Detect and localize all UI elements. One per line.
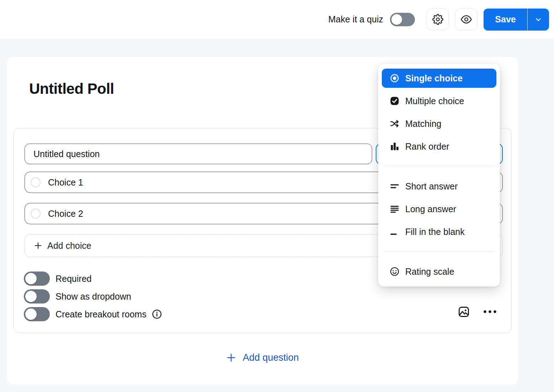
menu-item-matching[interactable]: Matching [378, 112, 500, 135]
bar-chart-icon [390, 141, 400, 151]
add-choice-label: Add choice [47, 241, 91, 251]
menu-item-label: Fill in the blank [405, 227, 465, 237]
save-button[interactable]: Save [484, 9, 528, 31]
image-icon [458, 306, 470, 318]
menu-item-long-answer[interactable]: Long answer [378, 198, 500, 220]
menu-item-label: Rating scale [405, 267, 454, 277]
preview-button[interactable] [455, 8, 478, 31]
shuffle-icon [390, 119, 400, 129]
toggle-knob [25, 308, 37, 320]
plus-icon [34, 242, 42, 249]
eye-icon [461, 14, 472, 25]
menu-item-label: Single choice [405, 73, 463, 84]
create-breakout-rooms-label: Create breakout rooms [56, 309, 147, 319]
ellipsis-icon [483, 310, 497, 313]
menu-item-label: Short answer [405, 181, 458, 192]
gear-icon [432, 14, 443, 25]
menu-divider [383, 251, 495, 251]
chevron-down-icon [534, 16, 542, 23]
radio-icon [31, 209, 41, 219]
save-dropdown-button[interactable] [528, 9, 549, 31]
required-row: Required [24, 270, 162, 288]
add-question-label: Add question [243, 352, 299, 363]
toggle-knob [25, 291, 37, 302]
save-split-button: Save [484, 9, 549, 31]
poll-title[interactable]: Untitled Poll [29, 80, 114, 97]
question-options: Required Show as dropdown Create breakou… [24, 270, 162, 323]
question-title-input[interactable] [25, 144, 372, 164]
checkbox-icon [390, 96, 400, 106]
create-breakout-rooms-row: Create breakout rooms [24, 305, 162, 323]
toggle-knob [25, 273, 37, 284]
menu-item-single-choice[interactable]: Single choice [382, 69, 496, 88]
top-toolbar: Make it a quiz Save [0, 0, 554, 39]
menu-item-label: Matching [405, 119, 441, 129]
settings-button[interactable] [427, 8, 449, 31]
add-image-button[interactable] [457, 305, 471, 319]
plus-icon [226, 353, 236, 363]
menu-item-short-answer[interactable]: Short answer [378, 175, 500, 198]
short-answer-icon [390, 181, 400, 191]
fill-blank-icon [390, 227, 400, 237]
menu-item-multiple-choice[interactable]: Multiple choice [378, 90, 500, 112]
make-it-a-quiz-toggle[interactable] [390, 13, 415, 26]
add-question-button[interactable]: Add question [7, 349, 518, 366]
show-as-dropdown-label: Show as dropdown [56, 291, 131, 302]
rating-smiley-icon [390, 267, 400, 276]
required-label: Required [56, 274, 91, 284]
choice-label: Choice 1 [48, 177, 83, 188]
choice-label: Choice 2 [48, 209, 83, 219]
radio-icon [31, 177, 41, 187]
make-it-a-quiz-label: Make it a quiz [328, 14, 383, 25]
question-type-menu: Single choice Multiple choice Matching R… [378, 64, 500, 286]
create-breakout-rooms-toggle[interactable] [24, 307, 50, 321]
menu-item-rating-scale[interactable]: Rating scale [378, 260, 500, 283]
show-as-dropdown-toggle[interactable] [24, 289, 50, 304]
menu-divider [383, 166, 495, 166]
toggle-knob [391, 14, 402, 25]
required-toggle[interactable] [24, 272, 50, 286]
menu-item-label: Multiple choice [405, 96, 464, 106]
info-icon[interactable] [152, 309, 162, 319]
long-answer-icon [390, 204, 400, 214]
more-options-button[interactable] [482, 305, 498, 319]
menu-item-fill-in-the-blank[interactable]: Fill in the blank [378, 220, 500, 243]
radio-icon [390, 73, 400, 83]
menu-item-label: Rank order [405, 141, 449, 152]
menu-item-label: Long answer [405, 204, 456, 214]
menu-item-rank-order[interactable]: Rank order [378, 135, 500, 158]
show-as-dropdown-row: Show as dropdown [24, 288, 162, 305]
